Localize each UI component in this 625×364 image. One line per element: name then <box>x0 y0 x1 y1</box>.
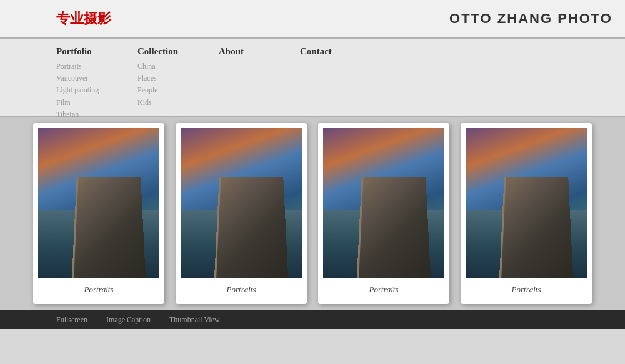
photo-caption-2: Portraits <box>227 278 256 302</box>
nav-contact: Contact <box>300 46 381 61</box>
site-title-chinese: 专业摄影 <box>56 9 111 28</box>
nav-tibetan[interactable]: Tibetan <box>56 109 125 121</box>
nav-contact-label[interactable]: Contact <box>300 46 369 57</box>
nav-china[interactable]: China <box>138 61 206 72</box>
navigation: Portfolio Portraits Vancouver Light pain… <box>0 39 625 117</box>
photo-caption-1: Portraits <box>84 278 114 302</box>
nav-portfolio-label[interactable]: Portfolio <box>56 46 125 57</box>
photo-image-3 <box>323 128 444 278</box>
nav-film[interactable]: Film <box>56 97 125 109</box>
photo-card-1[interactable]: Portraits <box>33 123 164 304</box>
site-title-english: OTTO ZHANG PHOTO <box>449 11 612 27</box>
nav-people[interactable]: People <box>138 84 206 96</box>
nav-collection-label[interactable]: Collection <box>138 46 206 57</box>
footer-fullscreen[interactable]: Fullscreen <box>56 315 88 325</box>
nav-about-label[interactable]: About <box>219 46 288 57</box>
photo-image-2 <box>181 128 302 278</box>
footer-thumbnail-view[interactable]: Thumbnail View <box>169 315 220 325</box>
nav-about: About <box>219 46 300 61</box>
nav-light-painting[interactable]: Light painting <box>56 84 125 96</box>
photo-card-3[interactable]: Portraits <box>318 123 449 304</box>
footer: Fullscreen Image Caption Thumbnail View <box>0 310 625 329</box>
nav-collection: Collection China Places People Kids <box>138 46 219 109</box>
nav-portfolio: Portfolio Portraits Vancouver Light pain… <box>56 46 138 121</box>
photo-image-4 <box>466 128 587 278</box>
nav-kids[interactable]: Kids <box>138 97 206 109</box>
photo-caption-4: Portraits <box>512 278 541 302</box>
nav-vancouver[interactable]: Vancouver <box>56 72 125 84</box>
footer-image-caption[interactable]: Image Caption <box>106 315 151 325</box>
photo-image-1 <box>38 128 159 278</box>
nav-places[interactable]: Places <box>138 72 206 84</box>
nav-portraits[interactable]: Portraits <box>56 61 125 72</box>
header: 专业摄影 OTTO ZHANG PHOTO <box>0 0 625 39</box>
photo-card-4[interactable]: Portraits <box>461 123 592 304</box>
photo-gallery: Portraits Portraits Portraits Portraits <box>0 117 625 310</box>
photo-card-2[interactable]: Portraits <box>176 123 307 304</box>
photo-caption-3: Portraits <box>369 278 399 302</box>
